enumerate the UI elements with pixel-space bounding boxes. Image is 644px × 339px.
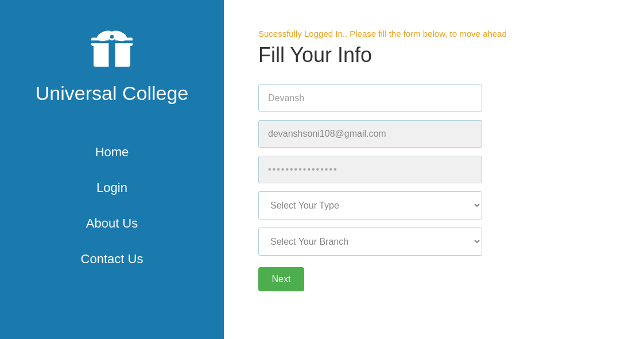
sidebar: Universal College Home Login About Us Co… (0, 0, 224, 339)
nav-item-about-us[interactable]: About Us (0, 206, 224, 241)
page-title: Fill Your Info (258, 43, 610, 67)
svg-point-7 (110, 35, 114, 38)
nav-item-home[interactable]: Home (0, 134, 224, 170)
email-input[interactable] (258, 120, 482, 148)
svg-rect-3 (91, 40, 133, 43)
gift-icon (89, 23, 135, 71)
nav-menu: Home Login About Us Contact Us (0, 134, 224, 277)
nav-item-login[interactable]: Login (0, 170, 224, 206)
type-select[interactable]: Select Your Type Student Teacher Staff (258, 191, 482, 219)
branch-select[interactable]: Select Your Branch Computer Science Elec… (258, 228, 482, 256)
nav-item-contact-us[interactable]: Contact Us (0, 241, 224, 277)
next-button[interactable]: Next (258, 267, 304, 291)
name-input[interactable] (258, 84, 482, 112)
main-content: Sucessfully Logged In.. Please fill the … (224, 0, 644, 339)
success-message: Sucessfully Logged In.. Please fill the … (258, 29, 610, 38)
sidebar-title: Universal College (36, 80, 188, 106)
form-container: Select Your Type Student Teacher Staff S… (258, 84, 482, 291)
password-input[interactable] (258, 156, 482, 183)
